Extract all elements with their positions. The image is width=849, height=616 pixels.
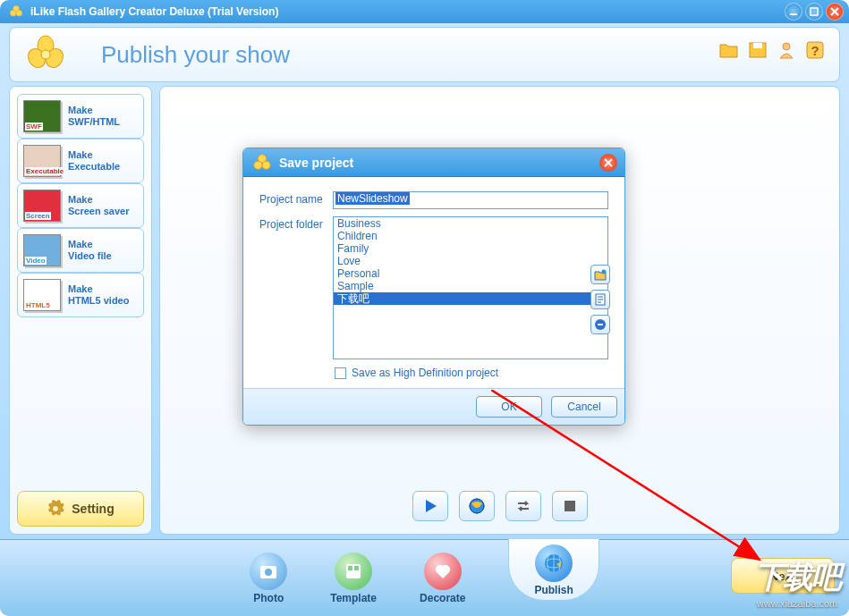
setting-label: Setting [72,502,114,516]
folder-delete-button[interactable] [590,315,610,334]
setting-button[interactable]: Setting [17,491,144,527]
svg-point-24 [265,569,272,576]
open-folder-icon[interactable] [717,38,741,62]
make-html5-video-button[interactable]: HTML5MakeHTML5 video [17,273,144,317]
page-title: Publish your show [101,41,290,69]
nav-decorate-label: Decorate [420,592,465,604]
make-screen-saver-button[interactable]: ScreenMakeScreen saver [17,183,144,228]
dialog-flower-icon [252,153,272,173]
svg-rect-3 [790,13,797,15]
folder-item[interactable]: Sample [334,280,607,292]
app-window: iLike Flash Gallery Creator Deluxe (Tria… [0,0,849,616]
project-name-label: Project name [259,191,333,206]
hd-checkbox[interactable] [335,367,346,379]
svg-point-16 [262,161,270,169]
folder-item[interactable]: 下载吧 [334,292,607,305]
folder-item[interactable]: Business [334,217,607,230]
gear-icon [47,500,64,518]
sidebar: SWFMakeSWF/HTMLExecutableMakeExecutableS… [9,86,152,535]
stop-button[interactable] [552,491,588,521]
nav-photo-label: Photo [253,592,284,604]
folder-item[interactable]: Personal [334,267,607,280]
make-swf-html-button[interactable]: SWFMakeSWF/HTML [17,94,144,139]
svg-text:?: ? [811,43,819,58]
folder-item[interactable]: Children [334,230,607,242]
svg-rect-22 [565,501,575,511]
ok-button[interactable]: OK [476,396,542,418]
bottom-nav: Photo Template Decorate Publish Next [0,539,849,616]
svg-point-1 [10,10,16,16]
folder-rename-button[interactable] [590,290,610,309]
project-folder-label: Project folder [259,216,333,231]
hd-label: Save as High Definition project [352,367,498,379]
header-band: Publish your show ? [9,27,840,82]
nav-publish-label: Publish [534,584,573,596]
content-panel: Save project Project name NewSlideshow P… [159,86,840,535]
svg-point-8 [41,50,50,59]
maximize-button[interactable] [805,3,823,21]
dialog-close-button[interactable] [599,154,617,172]
nav-template[interactable]: Template [330,553,377,604]
save-project-dialog: Save project Project name NewSlideshow P… [242,148,625,426]
publish-icon [535,544,573,582]
folder-item[interactable]: Family [334,242,607,255]
close-button[interactable] [826,3,844,21]
svg-point-11 [783,43,790,50]
folder-new-button[interactable] [590,265,610,284]
make-executable-button[interactable]: ExecutableMakeExecutable [17,139,144,183]
photo-icon [250,553,287,590]
app-icon [7,3,25,21]
svg-point-15 [254,161,262,169]
titlebar: iLike Flash Gallery Creator Deluxe (Tria… [0,0,849,23]
svg-rect-27 [354,566,359,570]
make-video-file-button[interactable]: VideoMakeVideo file [17,228,144,273]
template-icon [335,553,372,590]
app-title: iLike Flash Gallery Creator Deluxe (Tria… [30,5,278,18]
folder-item[interactable]: Love [334,255,607,267]
playback-controls [412,491,588,521]
nav-decorate[interactable]: Decorate [420,553,465,604]
svg-rect-26 [348,566,352,570]
logo-flower-icon [24,33,67,76]
next-button[interactable]: Next [731,558,835,594]
save-icon[interactable] [746,38,769,62]
nav-template-label: Template [330,592,377,604]
nav-publish[interactable]: Publish [508,539,599,601]
user-icon[interactable] [775,38,798,62]
nav-photo[interactable]: Photo [250,553,287,604]
project-folder-list[interactable]: BusinessChildrenFamilyLovePersonalSample… [333,216,608,359]
svg-point-2 [16,10,22,16]
decorate-icon [424,553,462,590]
dialog-title: Save project [279,156,353,170]
minimize-button[interactable] [785,3,802,21]
dialog-titlebar: Save project [243,148,624,177]
loop-button[interactable] [505,491,541,521]
project-name-input[interactable]: NewSlideshow [333,191,608,209]
cancel-button[interactable]: Cancel [551,396,617,418]
play-button[interactable] [412,491,448,521]
svg-point-17 [602,270,607,274]
browser-preview-button[interactable] [459,491,495,521]
svg-rect-4 [811,8,818,15]
svg-rect-10 [753,43,762,48]
help-icon[interactable]: ? [803,38,827,62]
